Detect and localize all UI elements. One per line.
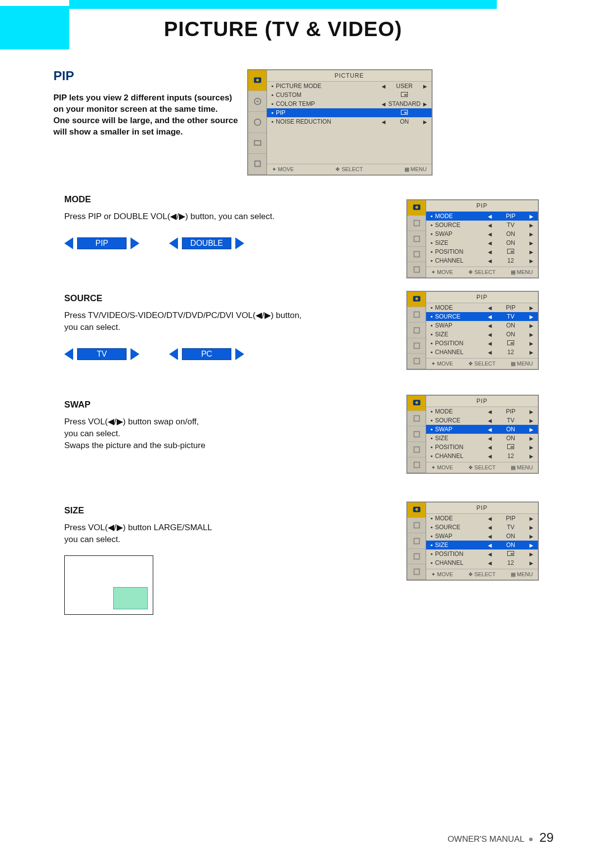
size-diagram bbox=[64, 555, 153, 615]
osd-row[interactable]: ▪POSITION◀▶ bbox=[426, 247, 538, 256]
osd-row[interactable]: ▪MODE◀PIP▶ bbox=[426, 514, 538, 523]
osd-rows: ▪PICTURE MODE◀USER▶▪CUSTOM▪COLOR TEMP◀ST… bbox=[267, 82, 432, 164]
osd-row[interactable]: ▪CHANNEL◀12▶ bbox=[426, 452, 538, 460]
osd-row[interactable]: ▪POSITION◀▶ bbox=[426, 443, 538, 452]
selector-pc[interactable]: PC bbox=[169, 348, 244, 360]
setup-icon bbox=[407, 262, 426, 277]
section-mode: MODE Press PIP or DOUBLE VOL(◀/▶) button… bbox=[64, 194, 539, 249]
osd-row[interactable]: ▪POSITION◀▶ bbox=[426, 549, 538, 558]
right-arrow-icon bbox=[131, 348, 139, 360]
osd-footer: ✦ MOVE ❖ SELECT ▦ MENU bbox=[267, 164, 432, 175]
osd-row[interactable]: ▪SOURCE◀TV▶ bbox=[426, 312, 538, 321]
osd-row[interactable]: ▪PIP bbox=[267, 108, 432, 117]
osd-row[interactable]: ▪SWAP◀ON▶ bbox=[426, 532, 538, 541]
section-size: SIZE Press VOL(◀/▶) button LARGE/SMALL y… bbox=[64, 505, 539, 615]
osd-row[interactable]: ▪SOURCE◀TV▶ bbox=[426, 221, 538, 229]
osd-row[interactable]: ▪CHANNEL◀12▶ bbox=[426, 558, 538, 567]
text-line: PIP lets you view 2 different inputs (so… bbox=[53, 92, 261, 104]
osd-pip-source: PIP▪MODE◀PIP▶▪SOURCE◀TV▶▪SWAP◀ON▶▪SIZE◀O… bbox=[406, 291, 539, 370]
screen-icon bbox=[407, 247, 426, 262]
osd-row[interactable]: ▪SWAP◀ON▶ bbox=[426, 321, 538, 330]
picture-icon bbox=[407, 292, 426, 307]
left-arrow-icon bbox=[64, 237, 73, 249]
osd-icon-column bbox=[407, 396, 426, 473]
osd-icon-column bbox=[407, 200, 426, 277]
osd-row[interactable]: ▪SIZE◀ON▶ bbox=[426, 238, 538, 247]
section-swap: SWAP Press VOL(◀/▶) button swap on/off, … bbox=[64, 400, 539, 451]
osd-row[interactable]: ▪NOISE REDUCTION◀ON▶ bbox=[267, 117, 432, 126]
osd-row[interactable]: ▪SIZE◀ON▶ bbox=[426, 541, 538, 549]
selector-double[interactable]: DOUBLE bbox=[169, 237, 244, 249]
audio-icon bbox=[407, 518, 426, 533]
osd-footer: ✦ MOVE❖ SELECT▦ MENU bbox=[426, 358, 538, 369]
selector-tv[interactable]: TV bbox=[64, 348, 139, 360]
header-notch bbox=[0, 0, 69, 6]
selector-label: PIP bbox=[77, 237, 127, 249]
svg-point-8 bbox=[415, 206, 418, 209]
time-icon bbox=[407, 231, 426, 246]
time-icon bbox=[407, 426, 426, 442]
osd-title: PICTURE bbox=[267, 70, 432, 82]
osd-icon-column bbox=[407, 503, 426, 580]
svg-rect-9 bbox=[414, 221, 419, 226]
text-line: on your monitor screen at the same time. bbox=[53, 104, 261, 115]
section-source: SOURCE Press TV/VIDEO/S-VIDEO/DTV/DVD/PC… bbox=[64, 293, 539, 360]
picture-icon bbox=[248, 70, 266, 91]
osd-icon-column bbox=[407, 292, 426, 369]
svg-rect-10 bbox=[414, 236, 419, 241]
page: PICTURE (TV & VIDEO) PIP PIP lets you vi… bbox=[0, 0, 613, 868]
selector-pip[interactable]: PIP bbox=[64, 237, 139, 249]
osd-row[interactable]: ▪SWAP◀ON▶ bbox=[426, 229, 538, 238]
osd-pip-mode: PIP▪MODE◀PIP▶▪SOURCE◀TV▶▪SWAP◀ON▶▪SIZE◀O… bbox=[406, 199, 539, 278]
osd-row[interactable]: ▪SIZE◀ON▶ bbox=[426, 330, 538, 339]
svg-rect-23 bbox=[414, 447, 419, 452]
osd-row[interactable]: ▪POSITION◀▶ bbox=[426, 339, 538, 348]
osd-row[interactable]: ▪PICTURE MODE◀USER▶ bbox=[267, 82, 432, 91]
text-line: will show a smaller in set image. bbox=[53, 127, 261, 138]
selector-label: PC bbox=[182, 348, 231, 360]
svg-rect-11 bbox=[414, 251, 419, 257]
svg-rect-29 bbox=[414, 553, 419, 559]
osd-row[interactable]: ▪SIZE◀ON▶ bbox=[426, 434, 538, 443]
setup-icon bbox=[407, 457, 426, 473]
svg-point-3 bbox=[257, 100, 259, 102]
page-footer: OWNER'S MANUAL ●29 bbox=[447, 830, 554, 845]
osd-title: PIP bbox=[426, 503, 538, 514]
osd-picture: PICTURE ▪PICTURE MODE◀USER▶▪CUSTOM▪COLOR… bbox=[247, 69, 433, 176]
picture-icon bbox=[407, 503, 426, 518]
osd-footer-move: ✦ MOVE bbox=[272, 166, 294, 173]
setup-icon bbox=[407, 564, 426, 580]
svg-point-26 bbox=[415, 508, 418, 511]
svg-rect-24 bbox=[414, 462, 419, 467]
svg-point-20 bbox=[415, 401, 418, 404]
osd-row[interactable]: ▪CHANNEL◀12▶ bbox=[426, 348, 538, 357]
osd-row[interactable]: ▪MODE◀PIP▶ bbox=[426, 407, 538, 416]
osd-pip-size: PIP▪MODE◀PIP▶▪SOURCE◀TV▶▪SWAP◀ON▶▪SIZE◀O… bbox=[406, 502, 539, 581]
svg-rect-15 bbox=[414, 312, 419, 318]
osd-row[interactable]: ▪COLOR TEMP◀STANDARD▶ bbox=[267, 99, 432, 108]
osd-row[interactable]: ▪CUSTOM bbox=[267, 91, 432, 99]
osd-row[interactable]: ▪MODE◀PIP▶ bbox=[426, 303, 538, 312]
setup-icon bbox=[407, 354, 426, 369]
svg-rect-18 bbox=[414, 358, 419, 364]
osd-row[interactable]: ▪SOURCE◀TV▶ bbox=[426, 523, 538, 532]
osd-title: PIP bbox=[426, 200, 538, 212]
osd-row[interactable]: ▪SWAP◀ON▶ bbox=[426, 425, 538, 434]
size-diagram-sub bbox=[113, 587, 148, 609]
svg-point-1 bbox=[256, 79, 259, 82]
svg-rect-6 bbox=[255, 161, 260, 167]
svg-rect-16 bbox=[414, 327, 419, 333]
osd-row[interactable]: ▪SOURCE◀TV▶ bbox=[426, 416, 538, 425]
page-number: 29 bbox=[539, 830, 554, 845]
svg-rect-28 bbox=[414, 538, 419, 544]
osd-row[interactable]: ▪CHANNEL◀12▶ bbox=[426, 256, 538, 265]
osd-pip-swap: PIP▪MODE◀PIP▶▪SOURCE◀TV▶▪SWAP◀ON▶▪SIZE◀O… bbox=[406, 395, 539, 474]
osd-footer: ✦ MOVE❖ SELECT▦ MENU bbox=[426, 569, 538, 580]
osd-footer-select: ❖ SELECT bbox=[335, 166, 363, 173]
audio-icon bbox=[248, 91, 266, 112]
osd-title: PIP bbox=[426, 292, 538, 303]
osd-title: PIP bbox=[426, 396, 538, 407]
osd-row[interactable]: ▪MODE◀PIP▶ bbox=[426, 212, 538, 221]
time-icon bbox=[407, 322, 426, 338]
selector-label: TV bbox=[77, 348, 127, 360]
